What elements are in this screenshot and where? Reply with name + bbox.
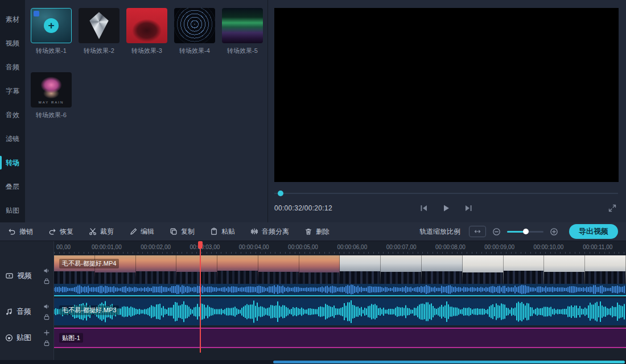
audio-track-label: 音频 (17, 307, 31, 317)
audio-clip[interactable]: 毛不易-都挺好.MP3 (54, 298, 626, 325)
transition-label: 转场效果-1 (31, 47, 72, 55)
transition-thumbnail-6[interactable]: MAY RAIN (31, 72, 72, 107)
cut-label: 裁剪 (100, 227, 114, 237)
video-editor-app: 素材 视频 音频 字幕 音效 滤镜 转场 叠层 贴图 + 转场效果-1 转场效果… (0, 0, 626, 364)
redo-button[interactable]: 恢复 (48, 227, 73, 237)
lock-icon (43, 340, 50, 346)
trash-icon (304, 228, 312, 235)
undo-icon (8, 228, 16, 235)
transition-label: 转场效果-2 (79, 47, 120, 55)
fit-timeline-button[interactable] (469, 226, 486, 237)
video-clip-waveform (54, 284, 626, 295)
add-transition-button[interactable]: + (44, 18, 59, 33)
timeline-scrollbar-thumb[interactable] (273, 361, 625, 363)
sticker-clip-label: 贴图-1 (59, 333, 83, 343)
transition-thumbnail-1[interactable]: + (31, 8, 72, 43)
sticker-lock-button[interactable] (43, 340, 50, 346)
sidebar-item-sticker[interactable]: 贴图 (0, 198, 25, 222)
transition-label: 转场效果-4 (174, 47, 215, 55)
audio-track-icon (5, 308, 13, 316)
audio-clip-label: 毛不易-都挺好.MP3 (59, 305, 119, 315)
next-frame-icon (464, 204, 473, 212)
sidebar-item-transition[interactable]: 转场 (0, 151, 25, 175)
speaker-icon (43, 303, 50, 310)
timeline-tracks: 毛不易-都挺好.MP4 毛不易-都挺好.MP3 贴图-1 (54, 241, 626, 364)
delete-label: 删除 (316, 227, 330, 237)
playhead[interactable] (200, 241, 201, 353)
audio-split-button[interactable]: 音频分离 (250, 227, 289, 237)
zoom-out-button[interactable] (492, 228, 501, 236)
transport-controls (419, 204, 473, 212)
library-item[interactable]: 转场效果-2 (79, 8, 120, 55)
video-clip-thumbnails (54, 255, 626, 284)
play-button[interactable] (442, 204, 450, 212)
redo-icon (48, 228, 56, 235)
library-item[interactable]: + 转场效果-1 (31, 8, 72, 55)
video-clip[interactable]: 毛不易-都挺好.MP4 (54, 255, 626, 296)
edit-button[interactable]: 编辑 (129, 227, 154, 237)
redo-label: 恢复 (60, 227, 73, 237)
copy-button[interactable]: 复制 (170, 227, 195, 237)
fullscreen-button[interactable] (608, 204, 617, 213)
delete-button[interactable]: 删除 (304, 227, 330, 237)
next-frame-button[interactable] (464, 204, 473, 212)
video-track-icon (5, 272, 14, 280)
edit-label: 编辑 (141, 227, 154, 237)
audio-mute-button[interactable] (43, 303, 50, 310)
timeline: 00,00 00:00:01,00 00:00:02,00 00:00:03,0… (0, 241, 626, 364)
paste-button[interactable]: 粘贴 (210, 227, 235, 237)
copy-label: 复制 (181, 227, 195, 237)
preview-scrubber[interactable] (274, 191, 618, 196)
video-track-label: 视频 (17, 271, 32, 281)
plus-circle-icon (550, 228, 558, 236)
transition-thumbnail-5[interactable] (222, 8, 263, 43)
video-lock-button[interactable] (43, 278, 50, 284)
undo-button[interactable]: 撤销 (8, 227, 33, 237)
sidebar-item-sound-fx[interactable]: 音效 (0, 104, 25, 127)
track-headers: 视频 (0, 241, 54, 364)
sticker-track-header: 贴图 (0, 328, 54, 348)
library-item[interactable]: 转场效果-4 (174, 8, 215, 55)
library-item[interactable]: MAY RAIN 转场效果-6 (31, 72, 72, 119)
library-item[interactable]: 转场效果-3 (126, 8, 167, 55)
previous-frame-button[interactable] (419, 204, 429, 212)
zoom-in-button[interactable] (550, 228, 558, 236)
audio-track-header: 音频 (0, 298, 54, 325)
undo-label: 撤销 (19, 227, 33, 237)
sidebar-item-video[interactable]: 视频 (0, 32, 25, 56)
sidebar-item-material[interactable]: 素材 (0, 8, 25, 32)
video-clip-label: 毛不易-都挺好.MP4 (59, 259, 119, 268)
audio-lock-button[interactable] (43, 313, 50, 320)
video-preview[interactable] (274, 8, 619, 182)
sticker-clip[interactable]: 贴图-1 (54, 328, 626, 348)
paste-icon (210, 228, 218, 235)
copy-icon (170, 228, 178, 235)
library-item[interactable]: 转场效果-5 (222, 8, 263, 55)
scrubber-handle[interactable] (278, 191, 283, 196)
transition-label: 转场效果-5 (222, 47, 263, 55)
speaker-icon (43, 267, 50, 274)
playhead-handle[interactable] (198, 241, 203, 249)
transition-label: 转场效果-6 (31, 111, 72, 119)
sidebar-item-subtitle[interactable]: 字幕 (0, 80, 25, 104)
transition-thumbnail-3[interactable] (126, 8, 167, 43)
track-zoom-slider[interactable] (507, 228, 543, 235)
transition-thumbnail-4[interactable] (174, 8, 215, 43)
sidebar: 素材 视频 音频 字幕 音效 滤镜 转场 叠层 贴图 (0, 0, 25, 222)
export-video-button[interactable]: 导出视频 (569, 224, 618, 239)
sidebar-item-filter[interactable]: 滤镜 (0, 127, 25, 151)
fit-width-icon (473, 228, 482, 235)
preview-controls-bar: 00:00:32/00:20:12 (274, 200, 618, 217)
sticker-add-button[interactable] (43, 329, 50, 336)
cut-button[interactable]: 裁剪 (89, 227, 114, 237)
play-icon (442, 204, 450, 212)
video-mute-button[interactable] (43, 267, 50, 274)
timecode: 00:00:32/00:20:12 (274, 204, 332, 212)
sidebar-item-overlay[interactable]: 叠层 (0, 175, 25, 198)
slider-knob[interactable] (523, 229, 529, 234)
transition-thumbnail-2[interactable] (79, 8, 120, 43)
audio-split-icon (250, 228, 258, 235)
sidebar-item-audio[interactable]: 音频 (0, 56, 25, 80)
edit-toolbar: 撤销 恢复 裁剪 编辑 复制 (0, 222, 626, 241)
audio-split-label: 音频分离 (262, 227, 289, 237)
